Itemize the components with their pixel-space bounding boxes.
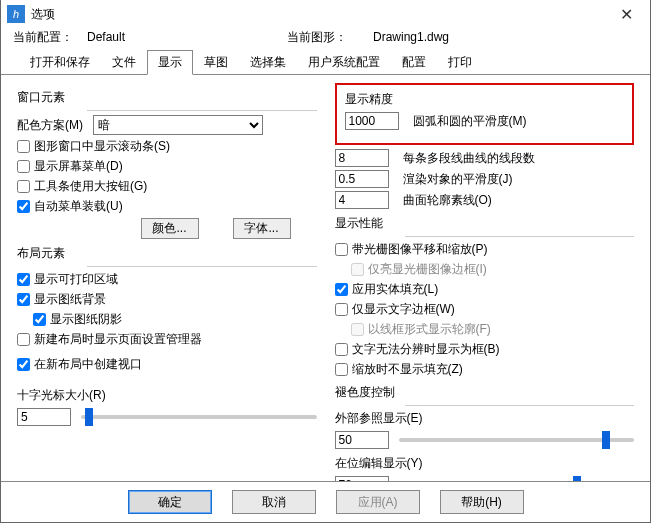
- cancel-button[interactable]: 取消: [232, 490, 316, 514]
- color-button[interactable]: 颜色...: [141, 218, 199, 239]
- current-drawing-label: 当前图形：: [287, 29, 373, 46]
- opt-text-as-box[interactable]: 文字无法分辨时显示为框(B): [335, 341, 500, 358]
- opt-new-layout-mgr[interactable]: 新建布局时显示页面设置管理器: [17, 331, 202, 348]
- close-icon[interactable]: ✕: [608, 5, 644, 24]
- group-layout-elements: 布局元素: [17, 245, 317, 262]
- tab-open-save[interactable]: 打开和保存: [19, 50, 101, 75]
- tab-draft[interactable]: 草图: [193, 50, 239, 75]
- tab-config[interactable]: 配置: [391, 50, 437, 75]
- footer-buttons: 确定 取消 应用(A) 帮助(H): [1, 481, 650, 522]
- render-smooth-input[interactable]: [335, 170, 389, 188]
- tab-strip: 打开和保存 文件 显示 草图 选择集 用户系统配置 配置 打印: [1, 50, 650, 75]
- inplace-label: 在位编辑显示(Y): [335, 455, 635, 472]
- help-button[interactable]: 帮助(H): [440, 490, 524, 514]
- opt-wireframe[interactable]: 以线框形式显示轮廓(F): [351, 321, 491, 338]
- opt-text-frame[interactable]: 仅显示文字边框(W): [335, 301, 455, 318]
- opt-raster-pan[interactable]: 带光栅图像平移和缩放(P): [335, 241, 488, 258]
- ok-button[interactable]: 确定: [128, 490, 212, 514]
- xref-input[interactable]: [335, 431, 389, 449]
- seg-label: 每条多段线曲线的线段数: [403, 150, 535, 167]
- opt-show-printable[interactable]: 显示可打印区域: [17, 271, 118, 288]
- xref-label: 外部参照显示(E): [335, 410, 635, 427]
- current-drawing-value: Drawing1.dwg: [373, 30, 449, 44]
- crosshair-label: 十字光标大小(R): [17, 387, 317, 404]
- tab-display[interactable]: 显示: [147, 50, 193, 75]
- opt-big-buttons[interactable]: 工具条使用大按钮(G): [17, 178, 147, 195]
- group-display-precision: 显示精度: [345, 91, 625, 108]
- contour-input[interactable]: [335, 191, 389, 209]
- contour-label: 曲面轮廓素线(O): [403, 192, 492, 209]
- opt-show-paper-bg[interactable]: 显示图纸背景: [17, 291, 106, 308]
- xref-slider[interactable]: [399, 438, 635, 442]
- tab-select[interactable]: 选择集: [239, 50, 297, 75]
- config-header: 当前配置： Default 当前图形： Drawing1.dwg: [1, 28, 650, 48]
- opt-solid-fill[interactable]: 应用实体填充(L): [335, 281, 439, 298]
- opt-auto-menu-load[interactable]: 自动菜单装载(U): [17, 198, 123, 215]
- opt-zoom-nofill[interactable]: 缩放时不显示填充(Z): [335, 361, 463, 378]
- opt-show-paper-shadow[interactable]: 显示图纸阴影: [33, 311, 122, 328]
- crosshair-input[interactable]: [17, 408, 71, 426]
- opt-create-viewport[interactable]: 在新布局中创建视口: [17, 356, 142, 373]
- font-button[interactable]: 字体...: [233, 218, 291, 239]
- arc-smooth-input[interactable]: [345, 112, 399, 130]
- opt-screen-menu[interactable]: 显示屏幕菜单(D): [17, 158, 123, 175]
- current-config-label: 当前配置：: [13, 29, 87, 46]
- render-smooth-label: 渲染对象的平滑度(J): [403, 171, 513, 188]
- titlebar: h 选项 ✕: [1, 0, 650, 28]
- app-icon: h: [7, 5, 25, 23]
- group-fade-control: 褪色度控制: [335, 384, 635, 401]
- apply-button[interactable]: 应用(A): [336, 490, 420, 514]
- seg-input[interactable]: [335, 149, 389, 167]
- opt-highlight-raster[interactable]: 仅亮显光栅图像边框(I): [351, 261, 487, 278]
- opt-scrollbars[interactable]: 图形窗口中显示滚动条(S): [17, 138, 170, 155]
- scheme-label: 配色方案(M): [17, 117, 93, 134]
- current-config-value: Default: [87, 30, 287, 44]
- window-title: 选项: [31, 6, 55, 23]
- group-display-perf: 显示性能: [335, 215, 635, 232]
- tab-print[interactable]: 打印: [437, 50, 483, 75]
- scheme-select[interactable]: 暗: [93, 115, 263, 135]
- tab-user[interactable]: 用户系统配置: [297, 50, 391, 75]
- tab-files[interactable]: 文件: [101, 50, 147, 75]
- highlight-box: 显示精度 圆弧和圆的平滑度(M): [335, 83, 635, 145]
- arc-smooth-label: 圆弧和圆的平滑度(M): [413, 113, 527, 130]
- group-window-elements: 窗口元素: [17, 89, 317, 106]
- crosshair-slider[interactable]: [81, 415, 317, 419]
- crosshair-control: [17, 408, 317, 426]
